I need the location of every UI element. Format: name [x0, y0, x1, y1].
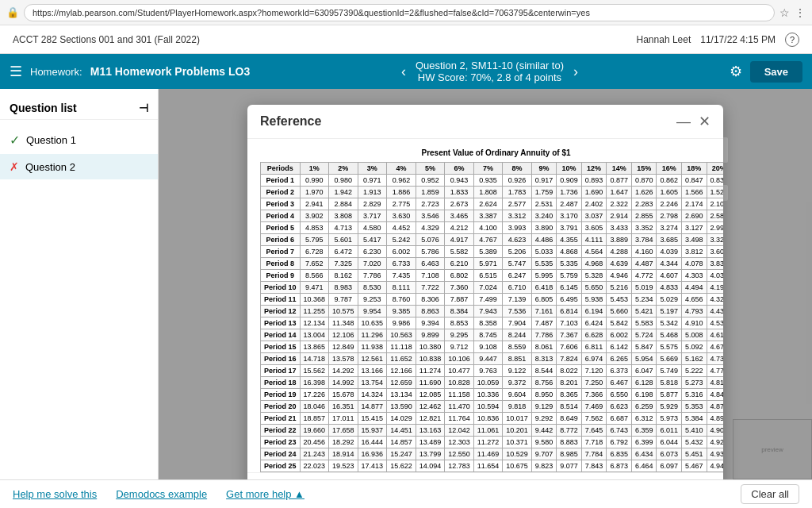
table-cell: 5.650 [581, 282, 607, 294]
star-icon[interactable]: ☆ [779, 6, 790, 19]
help-solve-link[interactable]: Help me solve this [13, 488, 97, 500]
table-cell: 0.935 [473, 175, 503, 187]
prev-question-button[interactable]: ‹ [401, 64, 406, 80]
table-cell: 6.373 [607, 365, 632, 377]
table-row: Period 2018.04616.35114.87713.59012.4621… [261, 401, 724, 413]
table-row: Period 2118.85717.01115.41514.02912.8211… [261, 413, 724, 425]
table-cell: 8.306 [416, 294, 445, 306]
table-cell: 13.590 [387, 401, 416, 413]
user-name: Hannah Leet [637, 34, 691, 45]
table-cell: 7.469 [581, 401, 607, 413]
table-cell: 10.838 [416, 353, 445, 365]
table-cell: 3.037 [581, 210, 607, 222]
table-row: Period 76.7286.4726.2306.0025.7865.5825.… [261, 246, 724, 258]
table-cell: 5.216 [607, 282, 632, 294]
table-col-header: 4% [387, 163, 416, 175]
table-col-header: 20% [707, 163, 723, 175]
table-cell: 5.583 [631, 318, 657, 329]
table-cell: 5.747 [503, 258, 532, 270]
next-question-button[interactable]: › [573, 64, 578, 80]
table-cell: 3.387 [473, 210, 503, 222]
table-cell: 17.226 [300, 389, 329, 401]
table-cell: 1.783 [503, 187, 532, 198]
table-cell: 3.993 [503, 222, 532, 234]
table-cell: 7.139 [503, 294, 532, 306]
table-cell: 3.546 [416, 210, 445, 222]
table-cell: 2.914 [607, 210, 632, 222]
table-cell: 6.464 [631, 460, 657, 472]
table-cell: 11.938 [358, 341, 387, 353]
table-cell: 5.316 [681, 389, 707, 401]
table-cell: 6.011 [657, 425, 682, 437]
table-cell: 14.992 [329, 377, 358, 389]
table-cell: 4.039 [657, 246, 682, 258]
table-cell: 5.421 [631, 306, 657, 318]
browser-url[interactable]: https://mylab.pearson.com/Student/Player… [24, 4, 775, 21]
table-cell: 9.707 [531, 448, 557, 460]
table-cell: 11.348 [329, 318, 358, 329]
table-col-header: 6% [445, 163, 474, 175]
table-cell: 0.926 [503, 175, 532, 187]
table-cell: 8.544 [531, 365, 557, 377]
save-button[interactable]: Save [750, 61, 802, 83]
table-cell: 5.222 [681, 365, 707, 377]
table-cell: 5.384 [681, 413, 707, 425]
hamburger-icon[interactable]: ☰ [10, 63, 22, 80]
collapse-icon[interactable]: ⊣ [139, 102, 148, 114]
table-cell: 6.733 [387, 258, 416, 270]
table-cell: 2.991 [707, 222, 723, 234]
table-cell: 10.477 [445, 365, 474, 377]
table-cell: 2.531 [531, 198, 557, 210]
table-cell: 1.626 [631, 187, 657, 198]
main-area: Question list ⊣ ✓ Question 1 ✗ Question … [0, 89, 812, 479]
table-cell: 7.562 [581, 413, 607, 425]
sidebar-item-q1[interactable]: ✓ Question 1 [0, 126, 158, 154]
modal-body[interactable]: Present Value of Ordinary Annuity of $1 … [247, 139, 723, 472]
more-help-link[interactable]: Get more help ▲ [226, 488, 304, 500]
table-cell: 6.128 [631, 377, 657, 389]
table-cell: 8.111 [387, 282, 416, 294]
hw-score-label: HW Score: 70%, 2.8 of 4 points [416, 71, 564, 83]
table-cell: 7.250 [581, 377, 607, 389]
demodocs-link[interactable]: Demodocs example [116, 488, 207, 500]
table-cell: 5.328 [581, 270, 607, 282]
nav-center: ‹ Question 2, SM11-10 (similar to) HW Sc… [258, 60, 721, 83]
table-cell: 9.108 [473, 341, 503, 353]
table-cell: 4.937 [707, 448, 723, 460]
table-cell: 5.971 [473, 258, 503, 270]
table-cell: 2.723 [416, 198, 445, 210]
table-cell: 4.853 [300, 222, 329, 234]
table-cell: 5.335 [557, 258, 582, 270]
table-cell: 3.240 [531, 210, 557, 222]
help-circle-icon[interactable]: ? [785, 33, 799, 47]
table-cell: 3.170 [557, 210, 582, 222]
table-cell: 5.973 [657, 413, 682, 425]
table-cell: 4.948 [707, 460, 723, 472]
sidebar-item-q2[interactable]: ✗ Question 2 [0, 154, 158, 179]
table-cell: 11.652 [387, 353, 416, 365]
table-cell: 0.917 [531, 175, 557, 187]
table-cell: 2.829 [358, 198, 387, 210]
clear-all-button[interactable]: Clear all [741, 484, 799, 504]
table-cell: 3.605 [581, 222, 607, 234]
table-cell: 12.550 [445, 448, 474, 460]
table-cell: 5.453 [607, 294, 632, 306]
table-cell: 8.745 [473, 329, 503, 341]
table-cell: 4.713 [329, 222, 358, 234]
close-icon[interactable]: ✕ [699, 114, 710, 129]
table-cell: 4.639 [607, 258, 632, 270]
top-bar: ACCT 282 Sections 001 and 301 (Fall 2022… [0, 25, 812, 54]
minimize-icon[interactable]: — [676, 114, 691, 129]
menu-icon[interactable]: ⋮ [795, 6, 806, 19]
table-cell: 6.623 [607, 401, 632, 413]
table-cell: 5.749 [657, 365, 682, 377]
table-cell: 2.673 [445, 198, 474, 210]
table-row-period: Period 1 [261, 175, 301, 187]
table-cell: 14.451 [387, 425, 416, 437]
table-cell: 7.784 [581, 448, 607, 460]
settings-icon[interactable]: ⚙ [730, 63, 742, 80]
table-cell: 0.990 [300, 175, 329, 187]
table-cell: 9.899 [416, 329, 445, 341]
table-cell: 0.943 [445, 175, 474, 187]
table-cell: 6.467 [607, 377, 632, 389]
